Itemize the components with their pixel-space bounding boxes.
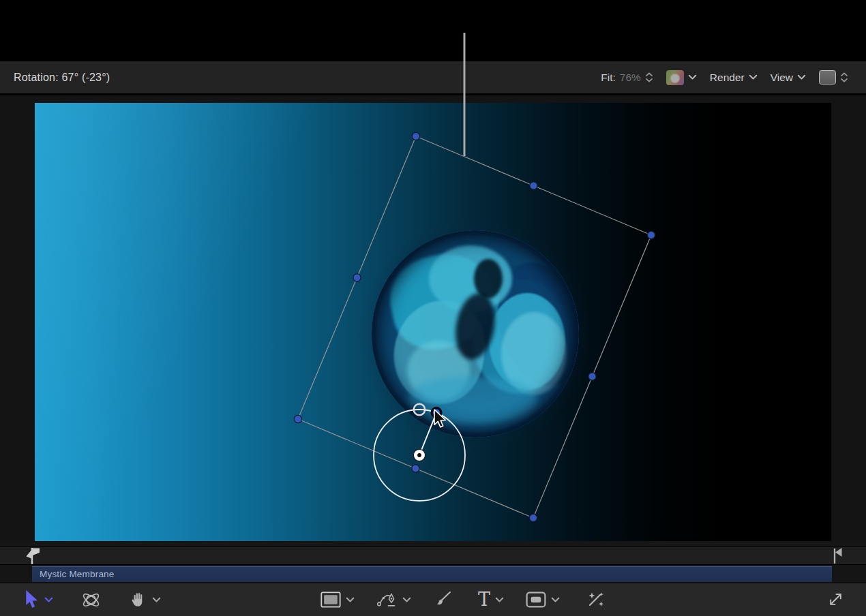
chevron-down-icon: [346, 597, 355, 603]
view-menu[interactable]: View: [771, 72, 806, 84]
bezier-pen-tool[interactable]: [376, 591, 411, 609]
display-layout-icon: [819, 70, 836, 84]
chevron-down-icon: [749, 74, 758, 80]
chevron-down-icon: [152, 597, 161, 603]
resize-diagonal-icon: [826, 590, 845, 609]
mask-rectangle-tool[interactable]: [526, 591, 560, 608]
composition-canvas[interactable]: [35, 103, 831, 543]
3d-transform-tool[interactable]: [80, 589, 102, 611]
orb-blob: [383, 245, 503, 358]
stepper-up-down-icon[interactable]: [645, 72, 653, 82]
canvas-viewport: [0, 93, 866, 541]
orb-glow: [353, 211, 598, 457]
color-channels-menu[interactable]: [666, 70, 697, 85]
orb-blob: [501, 312, 567, 395]
orb-body: [372, 230, 579, 437]
hand-icon: [129, 591, 147, 609]
sparkle-wand-icon: [586, 590, 605, 609]
render-menu[interactable]: Render: [710, 72, 758, 84]
stepper-up-down-icon: [840, 72, 848, 82]
chevron-down-icon: [495, 597, 504, 603]
fit-zoom-control[interactable]: Fit: 76%: [601, 72, 653, 84]
orb-blob: [465, 273, 577, 400]
orb-blob-dark: [474, 259, 503, 298]
chevron-down-icon: [44, 597, 53, 603]
rectangle-tool[interactable]: [320, 591, 355, 608]
tools-toolbar: T: [0, 583, 866, 616]
rectangle-icon: [320, 591, 341, 608]
orb-blob: [489, 293, 565, 390]
orb-blob: [407, 376, 538, 425]
orb-blob-dark: [486, 253, 579, 395]
paintbrush-tool[interactable]: [433, 590, 452, 609]
toolbar-right-controls: Fit: 76% Render View: [601, 70, 848, 85]
chevron-down-icon: [551, 597, 560, 603]
resize-diagonal-button[interactable]: [826, 590, 845, 609]
3d-orbit-icon: [80, 589, 102, 611]
clip-name-label: Mystic Membrane: [40, 569, 115, 579]
pan-hand-tool[interactable]: [129, 591, 161, 609]
timeline-track: Mystic Membrane: [0, 565, 866, 583]
select-arrow-tool[interactable]: [25, 590, 53, 609]
color-channels-icon: [666, 70, 684, 85]
text-tool[interactable]: T: [478, 591, 504, 609]
orb-blob: [390, 297, 489, 408]
chevron-down-icon: [402, 597, 411, 603]
pen-nib-icon: [376, 591, 398, 609]
particle-sparkle-tool[interactable]: [586, 590, 605, 609]
timeline-separator: [0, 541, 866, 547]
chevron-down-icon: [797, 74, 806, 80]
fit-zoom-value: 76%: [620, 72, 641, 84]
timeline-ruler[interactable]: [0, 547, 866, 565]
orb-blob-dark: [451, 290, 500, 363]
orb-blob: [429, 245, 512, 312]
motion-canvas-window: Rotation: 67° (-23°) Fit: 76% Render: [0, 0, 866, 616]
render-menu-label: Render: [710, 72, 745, 84]
view-menu-label: View: [771, 72, 793, 84]
paintbrush-icon: [433, 590, 452, 609]
rotation-status-readout: Rotation: 67° (-23°): [14, 72, 110, 84]
mystic-membrane-object[interactable]: [353, 211, 598, 457]
text-tool-glyph: T: [478, 590, 490, 609]
timeline-clip-bar[interactable]: Mystic Membrane: [32, 566, 832, 582]
orb-rim: [372, 230, 579, 437]
canvas-toolbar: Rotation: 67° (-23°) Fit: 76% Render: [0, 61, 866, 93]
tool-group-middle: T: [320, 583, 605, 616]
fit-label: Fit:: [601, 72, 616, 84]
mask-rectangle-icon: [526, 591, 546, 608]
select-arrow-icon: [25, 590, 40, 609]
tool-group-left: [25, 583, 161, 616]
display-layout-control[interactable]: [819, 70, 848, 84]
orb-blob: [407, 341, 470, 401]
chevron-down-icon: [688, 74, 697, 80]
top-black-band: [0, 0, 866, 61]
